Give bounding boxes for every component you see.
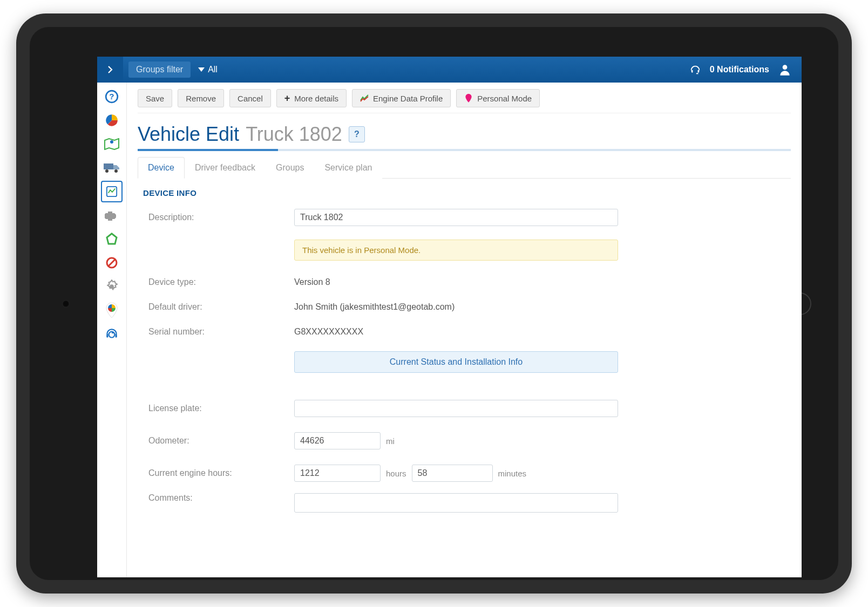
pie-chart-icon <box>105 113 119 127</box>
nav-dashboard[interactable] <box>101 110 123 131</box>
svg-point-3 <box>110 140 113 144</box>
comments-input[interactable] <box>294 493 618 513</box>
label-engine-hours: Current engine hours: <box>148 468 294 478</box>
support-headset-icon[interactable] <box>689 64 701 76</box>
line-chart-icon <box>360 94 369 103</box>
prohibited-icon <box>105 256 118 269</box>
svg-rect-14 <box>116 334 117 338</box>
personal-mode-notice: This vehicle is in Personal Mode. <box>294 240 618 261</box>
map-icon <box>104 138 119 150</box>
nav-help[interactable]: ? <box>101 86 123 107</box>
save-button[interactable]: Save <box>138 89 172 107</box>
personal-mode-pin-icon <box>464 94 473 103</box>
color-pin-icon <box>105 303 118 318</box>
svg-line-10 <box>108 259 116 267</box>
groups-filter-dropdown[interactable]: Groups filter <box>128 62 191 78</box>
section-device-info: DEVICE INFO <box>138 179 791 205</box>
description-input[interactable] <box>294 209 618 226</box>
value-default-driver: John Smith (jakesmithtest1@geotab.com) <box>294 302 455 312</box>
plus-icon: + <box>284 93 290 103</box>
engine-minutes-input[interactable] <box>412 465 493 482</box>
toolbar: Save Remove Cancel +More details Engine … <box>138 83 791 113</box>
label-license-plate: License plate: <box>148 404 294 413</box>
support-g-icon <box>105 327 119 341</box>
engine-icon <box>104 210 119 221</box>
svg-point-16 <box>467 96 470 98</box>
svg-point-6 <box>114 169 118 173</box>
page-subtitle: Truck 1802 <box>246 123 342 146</box>
title-underline <box>138 149 791 151</box>
polygon-icon <box>105 233 118 245</box>
content-area: Save Remove Cancel +More details Engine … <box>127 83 802 577</box>
top-bar: Groups filter All 0 Notifications <box>97 57 802 83</box>
device-info-form: Description: This vehicle is in Personal… <box>138 205 791 518</box>
value-serial-number: G8XXXXXXXXXX <box>294 327 363 337</box>
page-title-row: Vehicle Edit Truck 1802 ? <box>138 113 791 149</box>
nav-activity[interactable] <box>101 181 123 202</box>
svg-point-0 <box>783 65 788 70</box>
notifications-label[interactable]: 0 Notifications <box>710 65 769 74</box>
label-odometer: Odometer: <box>148 436 294 446</box>
svg-point-5 <box>105 169 109 173</box>
svg-marker-8 <box>107 234 117 244</box>
engine-data-profile-button[interactable]: Engine Data Profile <box>352 89 451 107</box>
nav-map[interactable] <box>101 133 123 155</box>
chevron-right-icon <box>105 65 115 74</box>
label-default-driver: Default driver: <box>148 302 294 312</box>
groups-filter-label: Groups filter <box>136 65 183 74</box>
help-icon: ? <box>105 90 119 104</box>
activity-chart-icon <box>106 186 118 197</box>
nav-admin[interactable] <box>101 276 123 297</box>
license-plate-input[interactable] <box>294 400 618 417</box>
label-serial-number: Serial number: <box>148 327 294 337</box>
nav-engine[interactable] <box>101 204 123 226</box>
menu-toggle[interactable] <box>97 57 123 83</box>
app-screen: Groups filter All 0 Notifications <box>97 57 802 577</box>
tab-groups[interactable]: Groups <box>266 157 314 179</box>
nav-rules[interactable] <box>101 252 123 274</box>
label-description: Description: <box>148 213 294 222</box>
engine-hours-input[interactable] <box>294 465 381 482</box>
page-title: Vehicle Edit <box>138 123 239 146</box>
svg-text:?: ? <box>109 92 114 101</box>
hours-unit: hours <box>386 469 406 478</box>
left-nav: ? <box>97 83 127 577</box>
tabs: Device Driver feedback Groups Service pl… <box>138 156 791 179</box>
label-device-type: Device type: <box>148 277 294 287</box>
tab-driver-feedback[interactable]: Driver feedback <box>185 157 266 179</box>
personal-mode-button[interactable]: Personal Mode <box>456 89 540 107</box>
svg-rect-4 <box>104 163 113 169</box>
label-comments: Comments: <box>148 493 294 503</box>
tab-service-plan[interactable]: Service plan <box>314 157 382 179</box>
odometer-input[interactable] <box>294 432 381 449</box>
all-filter-label: All <box>208 65 218 74</box>
status-install-button[interactable]: Current Status and Installation Info <box>294 351 618 373</box>
value-device-type: Version 8 <box>294 277 330 287</box>
odometer-unit: mi <box>386 437 395 446</box>
all-filter-dropdown[interactable]: All <box>198 65 218 74</box>
minutes-unit: minutes <box>498 469 527 478</box>
tab-device[interactable]: Device <box>138 157 185 179</box>
caret-down-icon <box>198 67 205 72</box>
nav-zones[interactable] <box>101 228 123 250</box>
gear-icon <box>105 279 119 294</box>
tablet-camera <box>62 300 70 308</box>
more-details-button[interactable]: +More details <box>276 89 347 107</box>
page-help-button[interactable]: ? <box>349 126 365 142</box>
remove-button[interactable]: Remove <box>178 89 224 107</box>
svg-rect-13 <box>106 334 108 338</box>
cancel-button[interactable]: Cancel <box>229 89 271 107</box>
nav-support[interactable] <box>101 323 123 345</box>
nav-vehicles[interactable] <box>101 157 123 179</box>
truck-icon <box>103 162 120 173</box>
user-avatar-icon[interactable] <box>778 63 792 77</box>
nav-marketplace[interactable] <box>101 299 123 321</box>
